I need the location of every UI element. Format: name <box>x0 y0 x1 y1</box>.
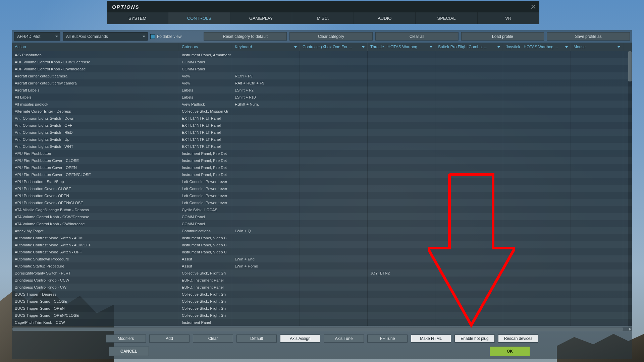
column-header[interactable]: Throttle - HOTAS Warthog... <box>368 43 435 51</box>
cell-controller[interactable] <box>300 277 368 284</box>
load-profile-button[interactable]: Load profile <box>461 32 544 41</box>
cell-saitek[interactable] <box>435 284 503 291</box>
cell-category[interactable]: Communications <box>179 227 232 234</box>
cell-keyboard[interactable] <box>232 206 300 213</box>
cell-saitek[interactable] <box>435 227 503 234</box>
tab-controls[interactable]: CONTROLS <box>168 12 230 24</box>
cell-controller[interactable] <box>300 65 368 72</box>
tab-special[interactable]: SPECIAL <box>416 12 477 24</box>
cell-keyboard[interactable] <box>232 185 300 192</box>
table-row[interactable]: APU Pushbutton Cover - OPEN/CLOSELeft Co… <box>12 199 632 206</box>
cell-saitek[interactable] <box>435 241 503 248</box>
cell-keyboard[interactable] <box>232 284 300 291</box>
cell-throttle[interactable] <box>368 277 435 284</box>
cell-throttle[interactable] <box>368 234 435 241</box>
scroll-thumb[interactable] <box>12 327 623 331</box>
table-row[interactable]: ADF Volume Control Knob - CW/IncreaseCOM… <box>12 65 632 72</box>
cell-saitek[interactable] <box>435 213 503 220</box>
save-profile-button[interactable]: Save profile as <box>547 32 630 41</box>
cell-action[interactable]: Brightness Control Knob - CCW <box>12 277 179 284</box>
cell-saitek[interactable] <box>435 319 503 326</box>
cell-joystick[interactable] <box>503 122 571 129</box>
cell-mouse[interactable] <box>571 86 623 94</box>
cell-keyboard[interactable] <box>232 108 300 115</box>
cell-joystick[interactable] <box>503 65 571 72</box>
cell-controller[interactable] <box>300 72 368 79</box>
cell-keyboard[interactable] <box>232 122 300 129</box>
table-row[interactable]: Automatic Startup ProcedureAssistLWin + … <box>12 262 632 269</box>
cell-action[interactable]: Boresight/Polarity Switch - PLRT <box>12 269 179 277</box>
cell-category[interactable]: View <box>179 79 232 86</box>
cell-keyboard[interactable] <box>232 129 300 136</box>
cell-saitek[interactable] <box>435 122 503 129</box>
table-row[interactable]: APU Pushbutton Cover - OPENLeft Console,… <box>12 192 632 199</box>
cell-mouse[interactable] <box>571 319 623 326</box>
cell-throttle[interactable] <box>368 213 435 220</box>
cell-saitek[interactable] <box>435 143 503 150</box>
cell-keyboard[interactable] <box>232 58 300 65</box>
cell-throttle[interactable] <box>368 136 435 143</box>
cell-keyboard[interactable] <box>232 164 300 171</box>
cell-action[interactable]: BUCS Trigger Guard - OPEN <box>12 305 179 312</box>
cell-saitek[interactable] <box>435 220 503 227</box>
cell-action[interactable]: Anti-Collision Lights Switch - WHT <box>12 143 179 150</box>
cell-action[interactable]: ATA Volume Control Knob - CCW/Decrease <box>12 213 179 220</box>
cancel-button[interactable]: CANCEL <box>109 347 149 356</box>
cell-throttle[interactable] <box>368 248 435 255</box>
cell-controller[interactable] <box>300 157 368 164</box>
cell-joystick[interactable] <box>503 277 571 284</box>
cell-action[interactable]: APU Pushbutton Cover - OPEN/CLOSE <box>12 199 179 206</box>
cell-saitek[interactable] <box>435 136 503 143</box>
table-row[interactable]: Aircraft carrier catapult cameraViewRCtr… <box>12 72 632 79</box>
cell-saitek[interactable] <box>435 164 503 171</box>
cell-controller[interactable] <box>300 291 368 298</box>
cell-joystick[interactable] <box>503 136 571 143</box>
cell-joystick[interactable] <box>503 79 571 86</box>
cell-joystick[interactable] <box>503 199 571 206</box>
cell-joystick[interactable] <box>503 227 571 234</box>
cell-category[interactable]: Instrument Panel, Fire Det <box>179 157 232 164</box>
table-row[interactable]: All missiles padlockView PadlockRShift +… <box>12 101 632 108</box>
cell-joystick[interactable] <box>503 312 571 319</box>
table-row[interactable]: ATA Missile Cage/Uncage Button - Depress… <box>12 206 632 213</box>
cell-action[interactable]: Automatic Contrast Mode Switch - ACM/OFF <box>12 241 179 248</box>
cell-mouse[interactable] <box>571 199 623 206</box>
cell-category[interactable]: Instrument Panel, Video C <box>179 248 232 255</box>
cell-action[interactable]: ATA Volume Control Knob - CW/Increase <box>12 220 179 227</box>
clear-category-button[interactable]: Clear category <box>289 32 373 41</box>
cell-keyboard[interactable]: RAlt + RCtrl + F9 <box>232 79 300 86</box>
cell-saitek[interactable] <box>435 277 503 284</box>
cell-mouse[interactable] <box>571 305 623 312</box>
cell-action[interactable]: BUCS Trigger - Depress <box>12 291 179 298</box>
cell-category[interactable]: EUFD, Instrument Panel <box>179 284 232 291</box>
cell-action[interactable]: APU Pushbutton - Start/Stop <box>12 178 179 185</box>
cell-controller[interactable] <box>300 122 368 129</box>
cell-action[interactable]: BUCS Trigger Guard - CLOSE <box>12 298 179 305</box>
cell-mouse[interactable] <box>571 58 623 65</box>
cell-mouse[interactable] <box>571 213 623 220</box>
cell-saitek[interactable] <box>435 291 503 298</box>
cell-category[interactable]: Collective Stick, Flight Gri <box>179 298 232 305</box>
cell-saitek[interactable] <box>435 185 503 192</box>
cell-action[interactable]: Automatic Contrast Mode Switch - OFF <box>12 248 179 255</box>
table-row[interactable]: Anti-Collision Lights Switch - OFFEXT LT… <box>12 122 632 129</box>
cell-category[interactable]: Assist <box>179 255 232 262</box>
cell-action[interactable]: APU Fire Pushbutton Cover - OPEN/CLOSE <box>12 171 179 178</box>
cell-mouse[interactable] <box>571 65 623 72</box>
cell-action[interactable]: ATA Missile Cage/Uncage Button - Depress <box>12 206 179 213</box>
cell-saitek[interactable] <box>435 79 503 86</box>
cell-throttle[interactable] <box>368 312 435 319</box>
cell-mouse[interactable] <box>571 164 623 171</box>
ok-button[interactable]: OK <box>490 347 530 356</box>
table-row[interactable]: Anti-Collision Lights Switch - WHTEXT LT… <box>12 143 632 150</box>
cell-saitek[interactable] <box>435 298 503 305</box>
cell-throttle[interactable]: JOY_BTN2 <box>368 269 435 277</box>
cell-keyboard[interactable] <box>232 150 300 157</box>
table-row[interactable]: APU Pushbutton Cover - CLOSELeft Console… <box>12 185 632 192</box>
table-row[interactable]: APU Fire Pushbutton Cover - OPENInstrume… <box>12 164 632 171</box>
cell-keyboard[interactable] <box>232 319 300 326</box>
cell-category[interactable]: Instrument Panel, Armament <box>179 51 232 58</box>
cell-joystick[interactable] <box>503 262 571 269</box>
cell-throttle[interactable] <box>368 305 435 312</box>
pilot-dropdown[interactable]: AH-64D Pilot <box>14 32 60 41</box>
